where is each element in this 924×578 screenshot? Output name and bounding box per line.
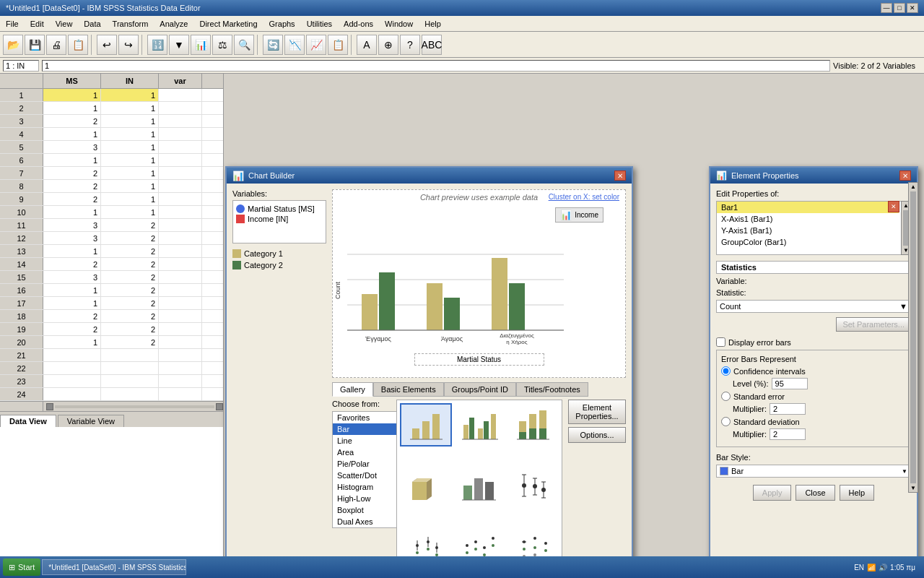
- cell-in[interactable]: 1: [101, 102, 159, 114]
- cell-in[interactable]: [101, 388, 159, 400]
- chart-icon-3d-bar1[interactable]: [400, 464, 452, 507]
- menu-data[interactable]: Data: [78, 18, 106, 30]
- cell-ms[interactable]: 2: [43, 115, 101, 127]
- cell-var[interactable]: [159, 245, 202, 257]
- cell-var[interactable]: [159, 323, 202, 335]
- cell-var[interactable]: [159, 89, 202, 101]
- freq-btn[interactable]: 📋: [328, 35, 348, 55]
- chart-icon-clustered-bar[interactable]: [453, 403, 505, 447]
- cell-ms[interactable]: 1: [43, 245, 101, 257]
- gallery-item-favorites[interactable]: Favorites: [333, 412, 396, 423]
- multiplier2-input[interactable]: [770, 428, 806, 440]
- gallery-item-line[interactable]: Line: [333, 435, 396, 447]
- cell-in[interactable]: [101, 349, 159, 361]
- cell-ms[interactable]: 1: [43, 336, 101, 348]
- save-btn[interactable]: 💾: [25, 35, 45, 55]
- select-cases-btn[interactable]: ▼: [169, 35, 189, 55]
- cell-ms[interactable]: [43, 388, 101, 400]
- cell-in[interactable]: 2: [101, 232, 159, 244]
- open-btn[interactable]: 📂: [3, 35, 23, 55]
- start-button[interactable]: ⊞ Start: [3, 558, 40, 576]
- text-btn[interactable]: A: [357, 35, 377, 55]
- outer-scroll-up[interactable]: ▲: [909, 183, 918, 190]
- cell-var[interactable]: [159, 284, 202, 296]
- cell-ms[interactable]: 2: [43, 167, 101, 179]
- col-header-in[interactable]: IN: [101, 74, 159, 88]
- cell-ms[interactable]: 3: [43, 219, 101, 231]
- script-btn[interactable]: ABC: [422, 35, 442, 55]
- cell-ms[interactable]: [43, 362, 101, 374]
- cell-var[interactable]: [159, 258, 202, 270]
- cell-var[interactable]: [159, 128, 202, 140]
- display-error-bars-checkbox[interactable]: [716, 337, 725, 347]
- var-item-in[interactable]: Income [IN]: [236, 214, 323, 224]
- minimize-button[interactable]: —: [881, 3, 892, 13]
- gallery-item-area[interactable]: Area: [333, 447, 396, 458]
- outer-scrollbar[interactable]: ▲ ▼: [908, 182, 918, 493]
- close-button[interactable]: ✕: [907, 3, 918, 13]
- menu-view[interactable]: View: [50, 18, 79, 30]
- maximize-button[interactable]: □: [894, 3, 905, 13]
- spss-btn[interactable]: ⊕: [378, 35, 398, 55]
- cell-var[interactable]: [159, 141, 202, 153]
- standard-deviation-radio[interactable]: [721, 417, 731, 426]
- cell-var[interactable]: [159, 167, 202, 179]
- cell-var[interactable]: [159, 362, 202, 374]
- chart-icon-3d-bar2[interactable]: [453, 464, 505, 507]
- menu-addons[interactable]: Add-ons: [338, 18, 379, 30]
- close-button[interactable]: Close: [796, 485, 834, 501]
- gallery-item-pie[interactable]: Pie/Polar: [333, 458, 396, 470]
- tab-groups-point-id[interactable]: Groups/Point ID: [444, 382, 516, 397]
- cell-in[interactable]: 1: [101, 128, 159, 140]
- gallery-item-boxplot[interactable]: Boxplot: [333, 504, 396, 516]
- cell-ms[interactable]: 1: [43, 297, 101, 309]
- options-button[interactable]: Options...: [568, 427, 626, 443]
- cell-var[interactable]: [159, 154, 202, 166]
- chart-icon-stacked-bar[interactable]: [507, 403, 559, 447]
- tab-gallery[interactable]: Gallery: [332, 382, 373, 397]
- cell-var[interactable]: [159, 349, 202, 361]
- cell-in[interactable]: 1: [101, 154, 159, 166]
- cell-ms[interactable]: 2: [43, 310, 101, 322]
- cell-var[interactable]: [159, 219, 202, 231]
- cell-ms[interactable]: 3: [43, 141, 101, 153]
- menu-window[interactable]: Window: [379, 18, 419, 30]
- recode-btn[interactable]: 🔄: [263, 35, 283, 55]
- tab-data-view[interactable]: Data View: [0, 415, 56, 427]
- cell-ms[interactable]: 1: [43, 89, 101, 101]
- cell-in[interactable]: 2: [101, 336, 159, 348]
- cell-var[interactable]: [159, 271, 202, 283]
- cell-in[interactable]: 1: [101, 167, 159, 179]
- cell-ms[interactable]: 1: [43, 102, 101, 114]
- cell-in[interactable]: 2: [101, 323, 159, 335]
- col-header-var[interactable]: var: [159, 74, 202, 88]
- level-input[interactable]: [772, 378, 808, 389]
- set-parameters-button[interactable]: Set Parameters...: [836, 317, 911, 332]
- statistic-dropdown[interactable]: Count ▼: [716, 300, 911, 313]
- cell-in[interactable]: 2: [101, 310, 159, 322]
- cell-in[interactable]: 2: [101, 245, 159, 257]
- elem-props-close[interactable]: ✕: [899, 171, 911, 181]
- cell-in[interactable]: [101, 362, 159, 374]
- goto-btn[interactable]: 🔢: [147, 35, 167, 55]
- cell-ms[interactable]: 1: [43, 154, 101, 166]
- print-preview-btn[interactable]: 📋: [68, 35, 88, 55]
- cell-var[interactable]: [159, 388, 202, 400]
- cell-ms[interactable]: 3: [43, 232, 101, 244]
- menu-analyze[interactable]: Analyze: [154, 18, 193, 30]
- compute-btn[interactable]: 📉: [284, 35, 305, 55]
- gallery-item-histogram[interactable]: Histogram: [333, 481, 396, 493]
- ep-help-button[interactable]: Help: [840, 485, 875, 501]
- cell-ms[interactable]: [43, 349, 101, 361]
- chart-icon-simple-bar[interactable]: [400, 403, 452, 447]
- weight-btn[interactable]: ⚖: [212, 35, 232, 55]
- cell-in[interactable]: 2: [101, 258, 159, 270]
- menu-utilities[interactable]: Utilities: [301, 18, 338, 30]
- gallery-item-scatter[interactable]: Scatter/Dot: [333, 470, 396, 481]
- cell-in[interactable]: 1: [101, 180, 159, 192]
- cell-ms[interactable]: [43, 375, 101, 387]
- tab-titles-footnotes[interactable]: Titles/Footnotes: [516, 382, 588, 397]
- help-btn2[interactable]: ?: [400, 35, 420, 55]
- cell-ms[interactable]: 1: [43, 206, 101, 218]
- var-item-ms[interactable]: Martial Status [MS]: [236, 204, 323, 214]
